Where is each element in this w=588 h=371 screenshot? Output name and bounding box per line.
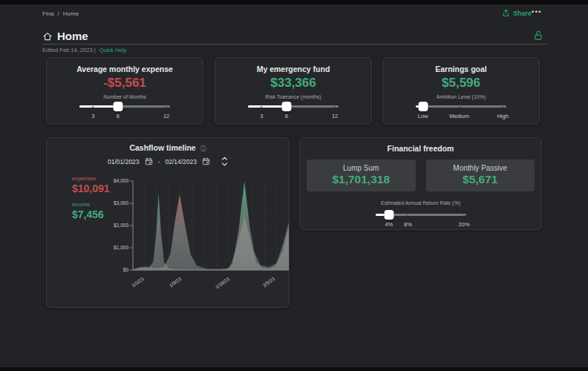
share-icon	[502, 9, 510, 17]
slider-track[interactable]	[79, 105, 170, 108]
earnings-goal-card: Earnings goal $5,596 Ambition Level (10%…	[382, 57, 540, 125]
breadcrumb-separator: /	[58, 10, 59, 17]
slider-track[interactable]	[416, 105, 506, 108]
emergency-fund-value: $33,366	[215, 76, 371, 91]
slider-tick-dot	[502, 106, 503, 108]
slider-tick-label: 3	[260, 113, 263, 119]
slider-tick-label: Medium	[449, 113, 469, 119]
risk-tolerance-slider[interactable]: 3612	[248, 102, 339, 121]
freedom-title: Financial freedom	[300, 144, 541, 153]
open-padlock-icon	[532, 30, 543, 41]
slider-tick-label: 8%	[404, 221, 412, 228]
date-range-separator: -	[158, 158, 160, 165]
slider-fill	[248, 105, 287, 108]
earnings-goal-value: $5,596	[383, 76, 539, 91]
slider-tick-label: 12	[163, 113, 169, 119]
slider-tick-dot	[463, 214, 465, 216]
svg-text:$0: $0	[123, 267, 129, 272]
slider-tick-label: Low	[418, 113, 428, 119]
svg-text:2/5/23: 2/5/23	[261, 276, 275, 288]
swap-order-icon[interactable]	[221, 157, 228, 166]
slider-tick-label: 4%	[385, 221, 393, 228]
cashflow-chart-svg: $0$1,000$2,000$3,000$4,0001/3/231/9/231/…	[99, 174, 290, 294]
emergency-fund-card: My emergency fund $33,366 Risk Tolerance…	[215, 57, 372, 125]
card-title: Average monthly expense	[47, 65, 203, 73]
slider-tick-dot	[92, 106, 94, 108]
cashflow-timeline-card: Cashflow timeline ⓘ 01/01/2023 - 02/14/2…	[46, 137, 290, 308]
breadcrumb: Fina / Home	[42, 10, 79, 17]
date-to-input[interactable]: 02/14/2023	[165, 158, 197, 165]
svg-text:$3,000: $3,000	[114, 200, 128, 206]
date-from-input[interactable]: 01/01/2023	[108, 158, 140, 165]
financial-freedom-card: Financial freedom Lump Sum $1,701,318 Mo…	[299, 137, 542, 230]
window-bottom-bar	[0, 367, 588, 371]
slider-label: Estimated Annual Return Rate (%)	[300, 200, 541, 206]
unlock-button[interactable]	[532, 30, 543, 41]
slider-thumb[interactable]	[384, 210, 393, 220]
home-icon	[42, 31, 53, 42]
slider-tick-label: 6	[117, 113, 120, 119]
cashflow-chart: $0$1,000$2,000$3,000$4,0001/3/231/9/231/…	[99, 174, 290, 294]
svg-text:$1,000: $1,000	[114, 245, 128, 250]
lump-sum-value: $1,701,318	[307, 173, 416, 186]
slider-tick-dot	[166, 106, 167, 108]
svg-text:$2,000: $2,000	[114, 223, 128, 228]
slider-tick-label: 20%	[459, 221, 470, 228]
card-title: My emergency fund	[215, 65, 371, 73]
freedom-boxes: Lump Sum $1,701,318 Monthly Passive $5,6…	[307, 160, 535, 191]
breadcrumb-current[interactable]: Home	[63, 10, 79, 17]
page-title: Home	[57, 30, 88, 42]
monthly-passive-box: Monthly Passive $5,671	[426, 160, 535, 191]
average-monthly-expense-card: Average monthly expense -$5,561 Number o…	[46, 57, 203, 125]
edited-row: Edited Feb 14, 2023 | Quick Help	[42, 47, 126, 53]
edited-timestamp: Edited Feb 14, 2023 |	[42, 47, 96, 53]
slider-tick-label: High	[497, 113, 508, 119]
lump-sum-label: Lump Sum	[307, 164, 416, 172]
number-of-months-slider[interactable]: 3612	[79, 102, 170, 121]
slider-tick-dot	[261, 106, 262, 108]
svg-text:$4,000: $4,000	[114, 178, 128, 183]
slider-tick-label: 6	[285, 113, 288, 119]
slider-label: Risk Tolerance (months)	[215, 94, 371, 99]
finance-dashboard-page: Fina / Home Share ••• Home Edit	[0, 0, 588, 371]
svg-text:1/18/23: 1/18/23	[215, 276, 231, 289]
header-divider	[42, 44, 547, 45]
lump-sum-box: Lump Sum $1,701,318	[307, 160, 416, 191]
calendar-icon[interactable]	[145, 157, 153, 165]
slider-thumb[interactable]	[418, 102, 428, 111]
share-button[interactable]: Share	[502, 9, 532, 17]
slider-fill	[79, 105, 118, 108]
page-header: Home	[42, 30, 88, 42]
slider-tick-dot	[334, 106, 336, 108]
return-rate-slider[interactable]: 4%8%20%	[376, 210, 466, 229]
ellipsis-icon: •••	[532, 8, 542, 16]
slider-thumb[interactable]	[281, 102, 291, 111]
window-top-bar	[0, 0, 588, 4]
date-range-row: 01/01/2023 - 02/14/2023	[47, 157, 289, 166]
slider-thumb[interactable]	[113, 102, 122, 111]
card-title: Earnings goal	[383, 65, 539, 73]
slider-label: Ambition Level (10%)	[383, 94, 539, 99]
monthly-passive-value: $5,671	[426, 173, 535, 186]
income-area	[133, 181, 289, 270]
slider-label: Number of Months	[47, 94, 203, 99]
cashflow-title: Cashflow timeline ⓘ	[47, 143, 289, 153]
quick-help-link[interactable]: Quick Help	[99, 47, 127, 53]
slider-tick-label: 12	[332, 113, 338, 119]
monthly-passive-label: Monthly Passive	[426, 164, 535, 172]
calendar-icon[interactable]	[202, 157, 210, 165]
expense-value: -$5,561	[47, 76, 203, 91]
svg-text:1/9/23: 1/9/23	[168, 276, 182, 288]
svg-text:1/3/23: 1/3/23	[131, 276, 145, 288]
slider-tick-dot	[459, 106, 460, 108]
slider-tick-dot	[407, 214, 408, 216]
cashflow-title-text: Cashflow timeline	[129, 143, 195, 152]
slider-tick-label: 3	[91, 113, 94, 119]
ambition-level-slider[interactable]: LowMediumHigh	[416, 102, 506, 121]
breadcrumb-root[interactable]: Fina	[42, 10, 54, 17]
share-label: Share	[513, 10, 532, 17]
slider-track[interactable]	[248, 105, 339, 108]
more-menu-button[interactable]: •••	[532, 8, 542, 16]
info-icon[interactable]: ⓘ	[200, 145, 206, 152]
